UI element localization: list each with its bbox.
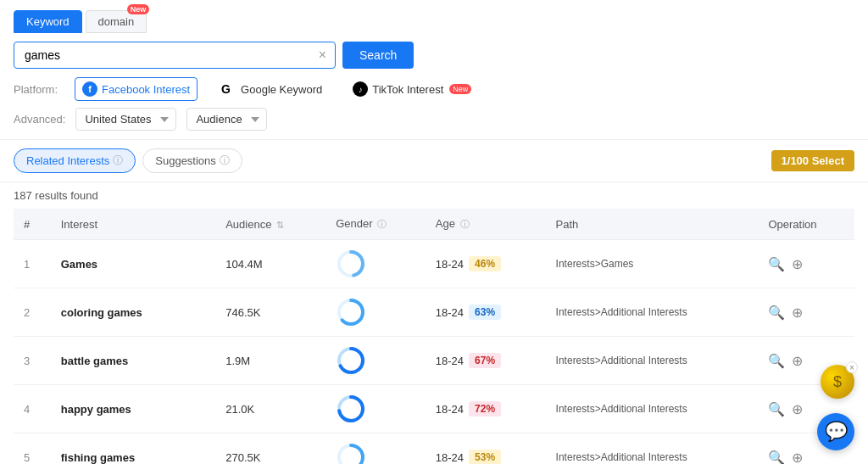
- tab-keyword-label: Keyword: [26, 15, 70, 28]
- related-interests-label: Related Interests: [26, 154, 109, 167]
- cell-gender: [326, 337, 426, 385]
- filter-section: Related Interests ⓘ Suggestions ⓘ 1/100 …: [0, 140, 868, 182]
- add-op-button[interactable]: ⊕: [792, 353, 803, 369]
- tab-keyword[interactable]: Keyword: [14, 10, 82, 33]
- cell-num: 4: [14, 385, 51, 433]
- age-badge: 63%: [469, 305, 501, 320]
- platform-google[interactable]: G Google Keyword: [214, 78, 329, 100]
- suggestions-label: Suggestions: [155, 154, 216, 167]
- platform-label: Platform:: [14, 83, 58, 96]
- select-counter[interactable]: 1/100 Select: [771, 150, 854, 171]
- gender-donut: [336, 394, 415, 424]
- search-op-button[interactable]: 🔍: [768, 353, 785, 369]
- chat-button[interactable]: 💬: [817, 413, 854, 450]
- cell-path: Interests>Additional Interests: [546, 337, 759, 385]
- tab-row: Keyword domain New: [14, 10, 854, 33]
- age-badge: 53%: [469, 450, 501, 464]
- search-row: games × Search: [14, 42, 854, 69]
- add-op-button[interactable]: ⊕: [792, 401, 803, 417]
- age-badge: 46%: [469, 256, 501, 271]
- audience-select[interactable]: Audience: [186, 108, 267, 131]
- table-row: 2 coloring games 746.5K 18-24 63% Intere…: [14, 288, 854, 337]
- cell-interest: fishing games: [51, 433, 215, 465]
- table-row: 4 happy games 21.0K 18-24 72% Interests>…: [14, 385, 854, 433]
- tab-domain[interactable]: domain New: [86, 10, 147, 33]
- age-range: 18-24: [436, 306, 464, 319]
- search-op-button[interactable]: 🔍: [768, 450, 785, 465]
- cell-path: Interests>Additional Interests: [546, 433, 759, 465]
- cell-interest: Games: [51, 240, 215, 288]
- age-range: 18-24: [436, 403, 464, 416]
- col-interest: Interest: [51, 209, 215, 240]
- cell-audience: 21.0K: [215, 385, 326, 433]
- tiktok-label: TikTok Interest: [372, 83, 443, 96]
- search-button[interactable]: Search: [342, 42, 414, 69]
- table-row: 1 Games 104.4M 18-24 46% Interests>Games…: [14, 240, 854, 288]
- suggestions-info-icon: ⓘ: [220, 154, 230, 168]
- table-row: 3 battle games 1.9M 18-24 67% Interests>…: [14, 337, 854, 385]
- filter-tab-suggestions[interactable]: Suggestions ⓘ: [142, 148, 242, 173]
- facebook-label: Facebook Interest: [102, 83, 190, 96]
- age-range: 18-24: [436, 355, 464, 367]
- cell-path: Interests>Additional Interests: [546, 288, 759, 337]
- age-range: 18-24: [436, 258, 464, 271]
- platform-row: Platform: f Facebook Interest G Google K…: [14, 77, 854, 101]
- search-op-button[interactable]: 🔍: [768, 256, 785, 272]
- cell-age: 18-24 46%: [426, 240, 546, 288]
- cell-num: 2: [14, 288, 51, 337]
- svg-text:G: G: [221, 82, 231, 96]
- search-input-wrap: games ×: [14, 42, 336, 69]
- search-op-button[interactable]: 🔍: [768, 401, 785, 417]
- facebook-icon: f: [82, 81, 97, 97]
- tiktok-icon: ♪: [353, 81, 368, 97]
- cell-gender: [326, 433, 426, 465]
- filter-tab-related[interactable]: Related Interests ⓘ: [14, 148, 136, 173]
- cell-age: 18-24 63%: [426, 288, 546, 337]
- add-op-button[interactable]: ⊕: [792, 305, 803, 321]
- advanced-row: Advanced: United States Audience: [14, 108, 854, 131]
- age-range: 18-24: [436, 451, 464, 464]
- cell-operation: 🔍 ⊕: [758, 288, 854, 337]
- results-count-text: 187 results found: [14, 189, 98, 202]
- col-path: Path: [546, 209, 759, 240]
- platform-tiktok[interactable]: ♪ TikTok Interest New: [346, 78, 478, 100]
- coin-close-icon[interactable]: ×: [846, 361, 858, 373]
- cell-audience: 104.4M: [215, 240, 326, 288]
- search-section: Keyword domain New games × Search Platfo…: [0, 0, 868, 140]
- google-label: Google Keyword: [241, 83, 322, 96]
- cell-path: Interests>Additional Interests: [546, 385, 759, 433]
- tab-domain-label: domain: [98, 15, 135, 28]
- cell-num: 1: [14, 240, 51, 288]
- table-row: 5 fishing games 270.5K 18-24 53% Interes…: [14, 433, 854, 465]
- add-op-button[interactable]: ⊕: [792, 450, 803, 465]
- cell-operation: 🔍 ⊕: [758, 240, 854, 288]
- clear-button[interactable]: ×: [317, 48, 328, 63]
- gender-donut: [336, 442, 415, 464]
- select-counter-label: 1/100 Select: [782, 154, 844, 167]
- col-age: Age ⓘ: [426, 209, 546, 240]
- advanced-label: Advanced:: [14, 113, 65, 126]
- google-icon: G: [221, 81, 236, 97]
- results-section: 187 results found # Interest Audience ⇅ …: [0, 182, 868, 464]
- country-select[interactable]: United States: [75, 108, 176, 131]
- table-header-row: # Interest Audience ⇅ Gender ⓘ Age ⓘ Pat…: [14, 209, 854, 240]
- cell-age: 18-24 72%: [426, 385, 546, 433]
- gender-donut: [336, 249, 415, 279]
- col-num: #: [14, 209, 51, 240]
- coin-badge[interactable]: $ ×: [821, 365, 854, 399]
- cell-path: Interests>Games: [546, 240, 759, 288]
- cell-audience: 1.9M: [215, 337, 326, 385]
- cell-interest: battle games: [51, 337, 215, 385]
- search-button-label: Search: [359, 48, 397, 62]
- platform-facebook[interactable]: f Facebook Interest: [75, 77, 198, 101]
- related-info-icon: ⓘ: [113, 154, 123, 168]
- cell-num: 5: [14, 433, 51, 465]
- search-input[interactable]: games: [21, 42, 317, 68]
- results-table: # Interest Audience ⇅ Gender ⓘ Age ⓘ Pat…: [14, 209, 854, 464]
- add-op-button[interactable]: ⊕: [792, 256, 803, 272]
- gender-donut: [336, 345, 415, 376]
- search-op-button[interactable]: 🔍: [768, 305, 785, 321]
- main-container: Keyword domain New games × Search Platfo…: [0, 0, 868, 464]
- tiktok-new-badge: New: [449, 84, 471, 94]
- cell-audience: 270.5K: [215, 433, 326, 465]
